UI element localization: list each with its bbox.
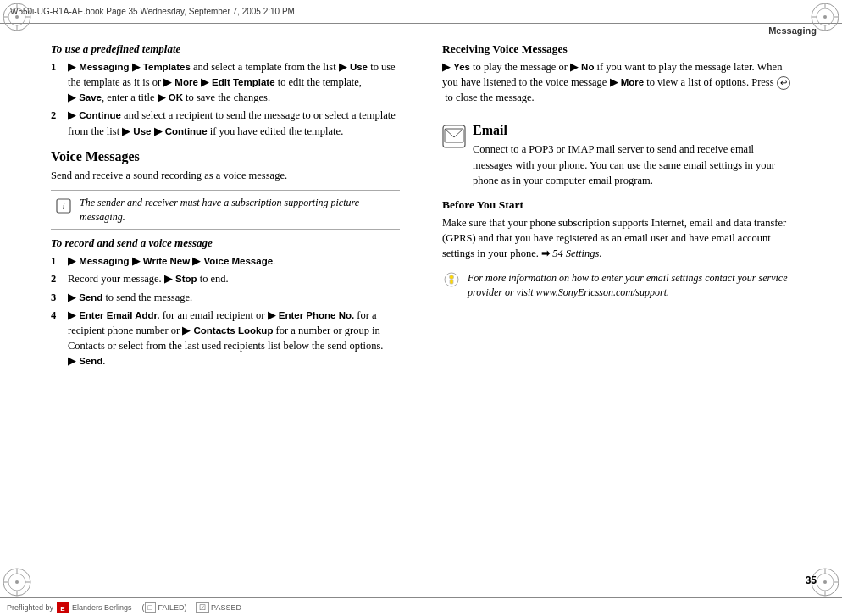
- code-enter-phone: Enter Phone No.: [279, 310, 354, 320]
- step-content-2: ▶ Continue and select a recipient to sen…: [68, 108, 400, 138]
- section-divider: [442, 114, 791, 114]
- template-step-2: 2 ▶ Continue and select a recipient to s…: [51, 108, 400, 138]
- preflighted-label: Preflighted by: [7, 603, 53, 612]
- passed-section: ☑ PASSED: [196, 603, 241, 612]
- voice-title: Voice Messages: [51, 149, 400, 164]
- svg-point-23: [823, 580, 827, 584]
- code-send-2: Send: [79, 356, 102, 366]
- code-write-new: Write New: [143, 256, 190, 266]
- svg-point-16: [15, 580, 19, 584]
- failed-checkbox: □: [145, 602, 156, 613]
- code-yes: Yes: [453, 62, 470, 72]
- page-number: 35: [806, 574, 817, 586]
- voice-record-title: To record and send a voice message: [51, 236, 400, 250]
- code-voice-message: Voice Message: [203, 256, 273, 266]
- passed-label: PASSED: [211, 603, 241, 612]
- code-contacts-lookup: Contacts Lookup: [194, 325, 274, 336]
- code-ok: OK: [169, 92, 183, 103]
- vstep-num-4: 4: [51, 308, 63, 369]
- code-v-messaging: Messaging: [79, 256, 129, 266]
- main-content: To use a predefined template 1 ▶ Messagi…: [51, 42, 791, 569]
- svg-point-9: [823, 15, 827, 19]
- corner-decoration-tl: [2, 2, 32, 32]
- vstep-content-2: Record your message. ▶ Stop to end.: [68, 271, 400, 286]
- failed-section: (□ FAILED): [142, 603, 187, 612]
- vstep-num-2: 2: [51, 271, 63, 286]
- section-header: Messaging: [768, 25, 817, 36]
- logo-text: Elanders Berlings: [72, 603, 132, 612]
- voice-step-2: 2 Record your message. ▶ Stop to end.: [51, 271, 400, 286]
- tip-box: For more information on how to enter you…: [442, 268, 791, 303]
- vstep-num-1: 1: [51, 253, 63, 269]
- email-section: Email Connect to a POP3 or IMAP mail ser…: [442, 123, 791, 192]
- code-stop: Stop: [175, 274, 197, 284]
- voice-note-box: i The sender and receiver must have a su…: [51, 190, 400, 230]
- back-key-icon: ↩: [777, 76, 790, 90]
- left-column: To use a predefined template 1 ▶ Messagi…: [51, 42, 408, 569]
- voice-note-text: The sender and receiver must have a subs…: [80, 196, 396, 225]
- svg-text:E: E: [60, 605, 65, 613]
- code-messaging: Messaging: [79, 62, 129, 72]
- code-templates: Templates: [143, 62, 191, 72]
- template-step-1: 1 ▶ Messaging ▶ Templates and select a t…: [51, 59, 400, 105]
- email-intro: Connect to a POP3 or IMAP mail server to…: [473, 142, 791, 187]
- svg-text:i: i: [62, 201, 64, 211]
- vstep-num-3: 3: [51, 290, 63, 305]
- voice-step-1: 1 ▶ Messaging ▶ Write New ▶ Voice Messag…: [51, 253, 400, 269]
- voice-step-4: 4 ▶ Enter Email Addr. for an email recip…: [51, 308, 400, 369]
- tip-icon: [442, 271, 461, 300]
- settings-ref: 54 Settings: [552, 247, 599, 259]
- code-use-2: Use: [133, 126, 151, 136]
- vstep-content-1: ▶ Messaging ▶ Write New ▶ Voice Message.: [68, 253, 400, 269]
- vstep-content-3: ▶ Send to send the message.: [68, 290, 400, 305]
- receiving-title: Receiving Voice Messages: [442, 42, 791, 56]
- arrow-ref-icon: ➡: [541, 247, 550, 259]
- code-enter-email: Enter Email Addr.: [79, 310, 159, 320]
- step-content-1: ▶ Messaging ▶ Templates and select a tem…: [68, 59, 400, 105]
- code-continue: Continue: [79, 110, 121, 120]
- before-start-title: Before You Start: [442, 198, 791, 212]
- email-icon: [442, 123, 466, 192]
- passed-checkbox: ☑: [196, 602, 209, 613]
- vstep-content-4: ▶ Enter Email Addr. for an email recipie…: [68, 308, 400, 369]
- template-section: To use a predefined template 1 ▶ Messagi…: [51, 42, 400, 139]
- svg-point-33: [450, 275, 454, 280]
- note-icon: i: [54, 196, 73, 225]
- right-column: Receiving Voice Messages ▶ Yes to play t…: [434, 42, 791, 569]
- email-content: Email Connect to a POP3 or IMAP mail ser…: [473, 123, 791, 192]
- receiving-section: Receiving Voice Messages ▶ Yes to play t…: [442, 42, 791, 105]
- step-num-2: 2: [51, 108, 63, 138]
- tip-text: For more information on how to enter you…: [468, 271, 791, 300]
- code-continue-2: Continue: [165, 126, 208, 136]
- step-num-1: 1: [51, 59, 63, 105]
- preflighted-section: Preflighted by E Elanders Berlings (□ FA…: [7, 602, 241, 613]
- section-title: Messaging: [768, 25, 817, 36]
- elanders-logo-icon: E: [57, 602, 69, 613]
- code-more-right: More: [621, 77, 644, 87]
- top-bar: W550i-UG-R1A-AE.book Page 35 Wednesday, …: [0, 0, 842, 24]
- code-use: Use: [350, 62, 368, 72]
- template-title: To use a predefined template: [51, 42, 400, 56]
- corner-decoration-bl: [2, 567, 32, 597]
- code-save: Save: [79, 92, 102, 103]
- before-start-text: Make sure that your phone subscription s…: [442, 215, 791, 262]
- svg-rect-34: [450, 280, 453, 284]
- failed-label: FAILED: [158, 603, 185, 612]
- svg-point-2: [15, 15, 19, 19]
- email-title: Email: [473, 123, 791, 138]
- voice-intro: Send and receive a sound recording as a …: [51, 168, 400, 183]
- code-more: More: [174, 77, 197, 87]
- email-header: Email Connect to a POP3 or IMAP mail ser…: [442, 123, 791, 192]
- bottom-bar: Preflighted by E Elanders Berlings (□ FA…: [0, 597, 842, 616]
- voice-section: Voice Messages Send and receive a sound …: [51, 149, 400, 369]
- code-no: No: [581, 62, 594, 72]
- receiving-text: ▶ Yes to play the message or ▶ No if you…: [442, 59, 791, 105]
- voice-step-3: 3 ▶ Send to send the message.: [51, 290, 400, 305]
- code-send: Send: [79, 292, 102, 302]
- code-edit-template: Edit Template: [212, 77, 275, 87]
- top-bar-text: W550i-UG-R1A-AE.book Page 35 Wednesday, …: [10, 7, 295, 16]
- before-start-section: Before You Start Make sure that your pho…: [442, 198, 791, 303]
